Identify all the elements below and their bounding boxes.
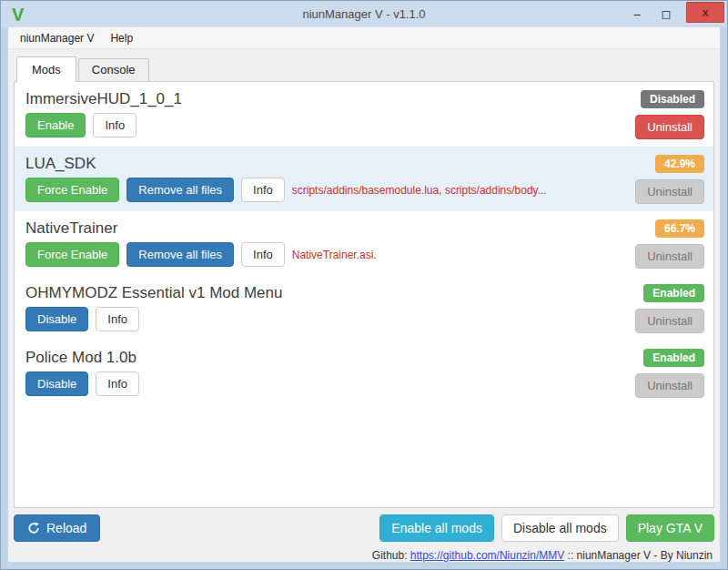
play-gta-v-button[interactable]: Play GTA V (626, 514, 714, 542)
footer-right-group: Enable all mods Disable all mods Play GT… (379, 514, 714, 542)
window-controls: – ◻ x (622, 1, 727, 27)
mod-actions: Force EnableRemove all filesInfoNativeTr… (25, 242, 703, 267)
remove-all-files-button[interactable]: Remove all files (126, 242, 234, 267)
enable-all-mods-button[interactable]: Enable all mods (379, 514, 494, 542)
mod-title: Police Mod 1.0b (25, 347, 136, 369)
uninstall-button[interactable]: Uninstall (635, 244, 704, 269)
reload-label: Reload (46, 515, 86, 541)
mod-row: LUA_SDK 42.9% Force EnableRemove all fil… (15, 147, 713, 211)
window-title: niunManager V - v1.1.0 (1, 7, 727, 21)
mod-actions: EnableInfo (25, 113, 703, 137)
info-button[interactable]: Info (96, 372, 139, 396)
tab-console[interactable]: Console (78, 58, 149, 81)
info-button[interactable]: Info (241, 242, 285, 267)
uninstall-button[interactable]: Uninstall (635, 373, 704, 398)
force-enable-button[interactable]: Force Enable (25, 242, 119, 267)
titlebar: V niunManager V - v1.1.0 – ◻ x (1, 1, 727, 27)
menu-item-help[interactable]: Help (102, 28, 141, 48)
mod-actions: Force EnableRemove all filesInfoscripts/… (25, 178, 703, 202)
mod-status-badge: 42.9% (655, 155, 704, 173)
mod-title: LUA_SDK (25, 153, 96, 175)
reload-button[interactable]: Reload (14, 514, 100, 542)
remove-all-files-button[interactable]: Remove all files (126, 178, 234, 202)
info-button[interactable]: Info (241, 178, 285, 202)
mod-actions: DisableInfo (25, 372, 703, 396)
info-button[interactable]: Info (96, 307, 139, 331)
footer-bar: Reload Enable all mods Disable all mods … (8, 508, 720, 542)
mod-row: OHMYMODZ Essential v1 Mod Menu Enabled D… (15, 276, 713, 341)
mod-row: Police Mod 1.0b Enabled DisableInfo Unin… (15, 341, 713, 405)
mod-actions: DisableInfo (25, 307, 703, 331)
uninstall-button[interactable]: Uninstall (635, 309, 704, 333)
menubar: niunManager V Help (8, 27, 720, 49)
main-body: Mods Console ImmersiveHUD_1_0_1 Disabled… (8, 49, 720, 562)
disable-button[interactable]: Disable (25, 372, 88, 396)
force-enable-button[interactable]: Force Enable (25, 178, 119, 202)
statusbar: Github: https://github.com/Niunzin/MMV :… (8, 542, 720, 562)
uninstall-button[interactable]: Uninstall (635, 115, 704, 139)
app-logo-icon: V (12, 5, 24, 24)
mod-files-text: scripts/addins/basemodule.lua, scripts/a… (292, 184, 547, 197)
mod-files-text: NativeTrainer.asi. (292, 249, 377, 261)
disable-all-mods-button[interactable]: Disable all mods (501, 514, 619, 542)
mod-title: ImmersiveHUD_1_0_1 (25, 88, 182, 110)
statusbar-suffix: :: niunManager V - By Niunzin (564, 549, 713, 562)
tab-mods[interactable]: Mods (16, 56, 76, 82)
mod-title: NativeTrainer (25, 218, 117, 239)
mod-status-badge: Disabled (641, 90, 704, 108)
mod-status-badge: Enabled (643, 349, 704, 367)
disable-button[interactable]: Disable (25, 307, 88, 331)
reload-icon (27, 522, 40, 534)
app-window: V niunManager V - v1.1.0 – ◻ x niunManag… (0, 0, 728, 570)
mod-row: ImmersiveHUD_1_0_1 Disabled EnableInfo U… (15, 82, 713, 147)
close-button[interactable]: x (686, 2, 724, 23)
mod-status-badge: Enabled (643, 284, 704, 302)
github-label: Github: (372, 549, 410, 562)
tabstrip: Mods Console (14, 56, 714, 81)
enable-button[interactable]: Enable (25, 113, 86, 137)
mod-row: NativeTrainer 66.7% Force EnableRemove a… (15, 211, 713, 276)
mod-list: ImmersiveHUD_1_0_1 Disabled EnableInfo U… (14, 81, 714, 508)
maximize-button[interactable]: ◻ (652, 1, 681, 27)
mod-status-badge: 66.7% (655, 219, 704, 238)
minimize-button[interactable]: – (622, 1, 652, 27)
menu-item-niunmanager[interactable]: niunManager V (12, 28, 102, 48)
mod-title: OHMYMODZ Essential v1 Mod Menu (25, 282, 282, 304)
uninstall-button[interactable]: Uninstall (635, 179, 704, 204)
github-link[interactable]: https://github.com/Niunzin/MMV (410, 549, 564, 562)
info-button[interactable]: Info (93, 113, 136, 137)
